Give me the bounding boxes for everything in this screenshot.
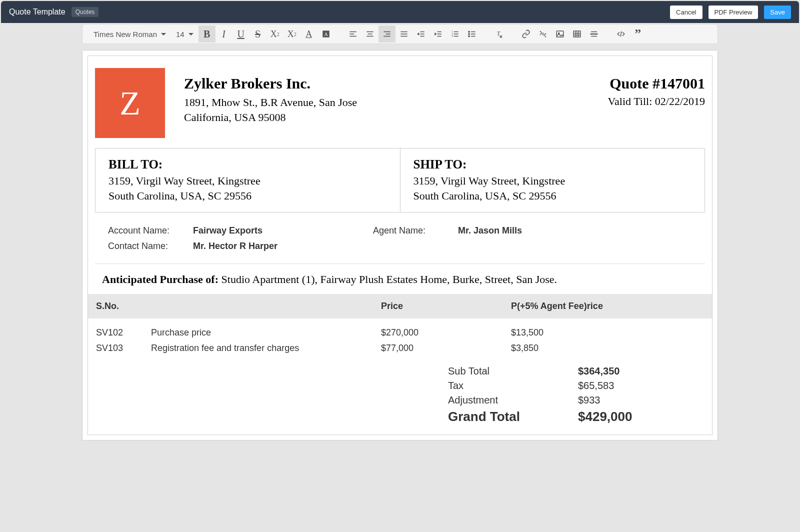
blockquote-icon[interactable]: ” [630,26,646,42]
ship-to-title: SHIP TO: [414,158,692,172]
subscript-icon[interactable]: X2 [266,26,284,42]
bold-icon[interactable]: B [198,26,216,42]
col-desc [143,294,373,318]
background-color-icon[interactable]: A [318,26,334,42]
clear-formatting-icon[interactable]: T [490,26,508,42]
subtotal-label: Sub Total [448,366,578,377]
svg-point-30 [468,34,470,34]
pdf-preview-button[interactable]: PDF Preview [708,6,758,19]
horizontal-rule-icon[interactable] [586,26,602,42]
underline-icon[interactable]: U [232,26,250,42]
grand-total-value: $429,000 [578,409,704,424]
table-row: SV102 Purchase price $270,000 $13,500 [88,318,712,339]
cell-price: $77,000 [373,339,503,354]
editor-toolbar: Times New Roman 14 B I U S X2 X2 A A 123… [82,24,718,44]
cell-sno: SV102 [88,318,143,339]
tax-value: $65,583 [578,380,704,392]
cancel-button[interactable]: Cancel [670,6,702,19]
quote-number: Quote #147001 [608,75,705,92]
bill-to-title: BILL TO: [108,158,387,172]
agent-name-value: Mr. Jason Mills [458,226,692,236]
anticipated-purchase-label: Anticipated Purchase of: [102,273,218,286]
link-icon[interactable] [518,26,534,42]
subtotal-value: $364,350 [578,366,704,377]
strikethrough-icon[interactable]: S [250,26,266,42]
agent-name-label: Agent Name: [373,226,458,236]
company-name: Zylker Brokers Inc. [184,75,608,92]
col-fee: P(+5% Agent Fee)rice [503,294,712,318]
tax-label: Tax [448,380,578,392]
contact-name-value: Mr. Hector R Harper [193,241,373,252]
adjustment-value: $933 [578,394,704,406]
text-color-icon[interactable]: A [300,26,318,42]
svg-point-31 [468,36,470,36]
ordered-list-icon[interactable]: 123 [446,26,464,42]
document-canvas[interactable]: Z Zylker Brokers Inc. 1891, Mhow St., B.… [82,50,718,440]
svg-text:A: A [324,32,328,37]
table-row: SV103 Registration fee and transfer char… [88,339,712,354]
company-logo: Z [95,68,165,138]
svg-line-36 [544,36,546,37]
account-name-value: Fairway Exports [193,226,373,236]
align-center-icon[interactable] [362,26,378,42]
grand-total-label: Grand Total [448,409,578,424]
table-icon[interactable] [568,26,586,42]
italic-icon[interactable]: I [216,26,232,42]
indent-icon[interactable] [430,26,446,42]
page-title: Quote Template [9,8,66,16]
divider [95,264,705,264]
align-justify-icon[interactable] [396,26,412,42]
svg-rect-39 [574,31,580,37]
unlink-icon[interactable] [534,26,552,42]
contact-name-label: Contact Name: [108,241,193,252]
font-size-select[interactable]: 14 [171,27,198,42]
cell-desc: Registration fee and transfer charges [143,339,373,354]
cell-sno: SV103 [88,339,143,354]
svg-line-35 [540,31,542,32]
adjustment-label: Adjustment [448,394,578,406]
company-address-line1: 1891, Mhow St., B.R Avenue, San Jose [184,95,608,110]
align-left-icon[interactable] [344,26,362,42]
top-bar: Quote Template Quotes Cancel PDF Preview… [1,1,799,23]
image-icon[interactable] [552,26,568,42]
cell-price: $270,000 [373,318,503,339]
superscript-icon[interactable]: X2 [284,26,300,42]
account-name-label: Account Name: [108,226,193,236]
cell-fee: $3,850 [503,339,712,354]
font-family-select[interactable]: Times New Roman [88,27,171,42]
svg-point-29 [468,31,470,32]
code-view-icon[interactable] [612,26,630,42]
col-sno: S.No. [88,294,143,318]
outdent-icon[interactable] [412,26,430,42]
col-price: Price [373,294,503,318]
ship-to-line1: 3159, Virgil Way Street, Kingstree [414,174,692,188]
svg-rect-37 [556,31,564,37]
quote-valid-till: Valid Till: 02/22/2019 [608,95,705,108]
svg-text:3: 3 [452,34,453,38]
cell-fee: $13,500 [503,318,712,339]
ship-to-line2: South Carolina, USA, SC 29556 [414,188,692,204]
cell-desc: Purchase price [143,318,373,339]
bill-to-line1: 3159, Virgil Way Street, Kingstree [108,174,387,188]
align-right-icon[interactable] [378,26,396,42]
anticipated-purchase-text: Studio Apartment (1), Fairway Plush Esta… [218,273,557,286]
save-button[interactable]: Save [764,6,791,19]
bill-to-line2: South Carolina, USA, SC 29556 [108,188,387,204]
company-address-line2: California, USA 95008 [184,110,608,125]
svg-line-47 [620,32,622,37]
quotes-badge[interactable]: Quotes [72,7,99,17]
unordered-list-icon[interactable] [464,26,480,42]
